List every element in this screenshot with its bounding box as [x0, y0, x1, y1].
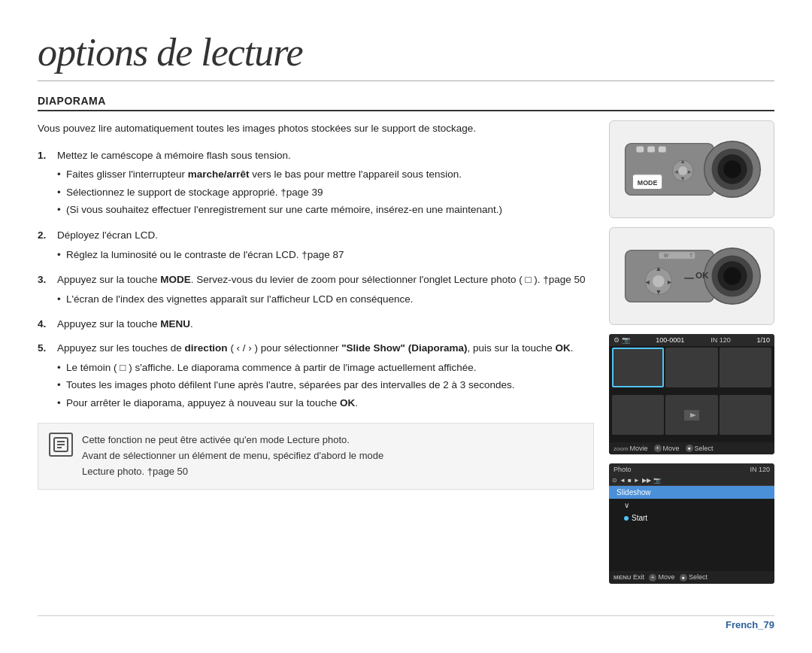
menu-select-label: ● Select [680, 573, 708, 582]
thumb-2 [665, 348, 717, 387]
note-line-2: Avant de sélectionner un élément de menu… [82, 450, 383, 461]
svg-text:▼: ▼ [680, 175, 686, 182]
svg-text:▲: ▲ [655, 265, 662, 272]
step-2-num: 2. [38, 227, 51, 264]
mode-icon: ⚙ 📷 [614, 336, 630, 344]
left-column: Vous pouvez lire automatiquement toutes … [38, 120, 594, 609]
move-icon-2: + [649, 574, 656, 582]
svg-text:◄: ◄ [644, 278, 651, 286]
svg-rect-11 [659, 147, 666, 153]
step-5-bullets: Le témoin ( □ ) s'affiche. Le diaporama … [57, 360, 594, 412]
section-header: DIAPORAMA [38, 95, 774, 111]
menu-icon-1: ⊙ [612, 477, 617, 484]
step-4-text: Appuyez sur la touche MENU. [57, 318, 193, 330]
step-1-text: Mettez le caméscope à mémoire flash sous… [57, 150, 291, 161]
step-2-text: Déployez l'écran LCD. [57, 229, 158, 241]
menu-icon-3: ■ [628, 477, 632, 484]
step-3-text: Appuyez sur la touche MODE. Servez-vous … [57, 274, 586, 285]
svg-text:W: W [664, 253, 669, 258]
step-1-bullet-1: Faites glisser l'interrupteur marche/arr… [57, 166, 594, 183]
storage-icon: IN 120 [710, 336, 731, 344]
step-1-content: Mettez le caméscope à mémoire flash sous… [57, 147, 594, 220]
page-footer: French_79 [38, 615, 774, 630]
menu-start: Start [609, 512, 774, 524]
step-1-num: 1. [38, 147, 51, 220]
step-4: 4. Appuyez sur la touche MENU. [38, 316, 594, 333]
thumb-5 [665, 395, 717, 435]
screen-thumbnail-grid: ⚙ 📷 100-0001 IN 120 1/10 [609, 334, 774, 454]
photo-tab-label: Photo [614, 466, 632, 473]
select-icon-2: ● [680, 574, 687, 582]
step-1-bullets: Faites glisser l'interrupteur marche/arr… [57, 166, 594, 218]
camera-image-2: W T ▲ ▼ ◄ ► OK [609, 227, 774, 325]
thumb-3 [720, 348, 771, 387]
right-column: MODE ▲ ▼ ◄ ► [609, 120, 774, 609]
svg-text:►: ► [666, 278, 673, 286]
svg-text:MODE: MODE [638, 179, 658, 187]
menu-slideshow: Slideshow [609, 486, 774, 499]
step-4-num: 4. [38, 316, 51, 333]
menu-move-label: + Move [649, 573, 675, 582]
menu-icon-6: 📷 [653, 477, 661, 484]
step-5-bullet-2: Toutes les images photo défilent l'une a… [57, 377, 594, 393]
intro-text: Vous pouvez lire automatiquement toutes … [38, 120, 594, 137]
title-divider [38, 80, 774, 81]
step-5-num: 5. [38, 340, 51, 412]
menu-icon-5: ▶▶ [642, 477, 651, 484]
zoom-movie-label: zoom Movie [614, 445, 648, 452]
step-2-bullets: Réglez la luminosité ou le contraste de … [57, 247, 594, 263]
menu-bottom-bar: MENU Exit + Move ● Select [609, 571, 774, 584]
svg-text:▲: ▲ [680, 158, 686, 165]
page-container: options de lecture DIAPORAMA Vous pouvez… [0, 0, 812, 653]
menu-exit-label: MENU Exit [614, 573, 644, 582]
thumb-6 [720, 395, 771, 435]
svg-point-8 [723, 160, 741, 178]
step-1-bullet-3: (Si vous souhaitez effectuer l'enregistr… [57, 202, 594, 218]
svg-text:OK: OK [695, 270, 709, 280]
note-line-1: Cette fonction ne peut être activée qu'e… [82, 434, 350, 445]
step-3-num: 3. [38, 272, 51, 308]
svg-point-24 [723, 267, 741, 285]
svg-text:►: ► [686, 169, 692, 175]
svg-point-29 [653, 275, 665, 287]
page-number: French_79 [726, 619, 774, 630]
step-5-bullet-1: Le témoin ( □ ) s'affiche. Le diaporama … [57, 360, 594, 376]
camera-image-1: MODE ▲ ▼ ◄ ► [609, 120, 774, 218]
movie-label: Movie [630, 445, 648, 452]
step-2: 2. Déployez l'écran LCD. Réglez la lumin… [38, 227, 594, 264]
step-2-bullet-1: Réglez la luminosité ou le contraste de … [57, 247, 594, 263]
steps-list: 1. Mettez le caméscope à mémoire flash s… [38, 147, 594, 413]
svg-text:▼: ▼ [655, 288, 662, 296]
menu-top-bar: Photo IN 120 [609, 463, 774, 475]
menu-icon-4: ► [634, 477, 640, 484]
step-5-content: Appuyez sur les touches de direction ( ‹… [57, 340, 594, 412]
thumb-1 [612, 348, 664, 387]
svg-text:◄: ◄ [673, 169, 679, 175]
svg-rect-9 [636, 147, 644, 153]
step-1: 1. Mettez le caméscope à mémoire flash s… [38, 147, 594, 220]
note-text: Cette fonction ne peut être activée qu'e… [82, 433, 383, 479]
menu-icons-row: ⊙ ◄ ■ ► ▶▶ 📷 [609, 475, 774, 486]
step-3-bullets: L'écran de l'index des vignettes apparaî… [57, 291, 594, 308]
step-5-text: Appuyez sur les touches de direction ( ‹… [57, 342, 574, 354]
screen-top-bar-1: ⚙ 📷 100-0001 IN 120 1/10 [609, 334, 774, 346]
content-area: Vous pouvez lire automatiquement toutes … [38, 120, 774, 609]
step-5-bullet-3: Pour arrêter le diaporama, appuyez à nou… [57, 395, 594, 412]
move-label-1: + Move [654, 445, 680, 452]
thumbnail-grid [609, 346, 774, 442]
menu-icon-2: ◄ [620, 477, 626, 484]
note-line-3: Lecture photo. †page 50 [82, 466, 188, 477]
move-icon-1: + [654, 445, 662, 452]
thumb-4 [612, 395, 664, 435]
counter-left: 100-0001 [656, 336, 684, 344]
counter-right: 1/10 [756, 336, 770, 344]
step-2-content: Déployez l'écran LCD. Réglez la luminosi… [57, 227, 594, 264]
screen-menu: Photo IN 120 ⊙ ◄ ■ ► ▶▶ 📷 Slideshow ∨ [609, 463, 774, 584]
note-icon [49, 433, 73, 457]
menu-storage-icon: IN 120 [750, 466, 770, 473]
active-dot [624, 516, 629, 521]
svg-rect-10 [647, 147, 655, 153]
step-3-content: Appuyez sur la touche MODE. Servez-vous … [57, 272, 594, 308]
menu-screen: Photo IN 120 ⊙ ◄ ■ ► ▶▶ 📷 Slideshow ∨ [609, 463, 774, 584]
step-4-content: Appuyez sur la touche MENU. [57, 316, 594, 333]
